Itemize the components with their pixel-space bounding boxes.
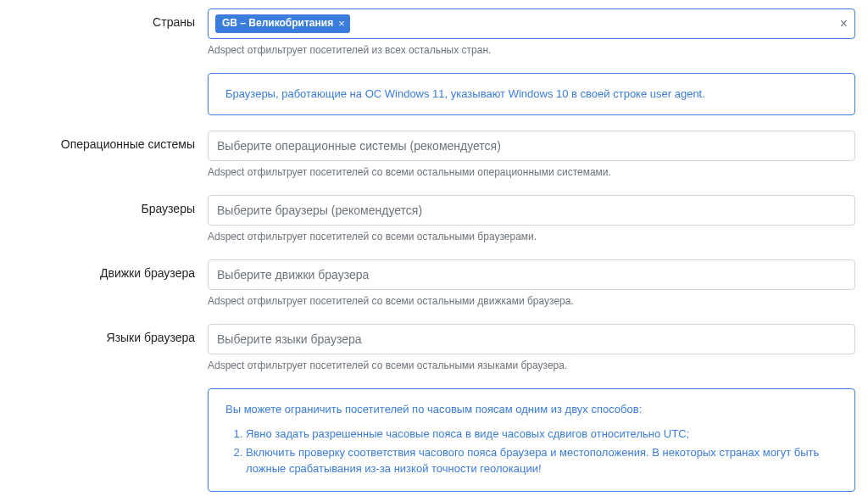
clear-icon[interactable]: ×: [840, 17, 848, 31]
engines-placeholder: Выберите движки браузера: [215, 265, 370, 285]
os-help: Adspect отфильтрует посетителей со всеми…: [208, 166, 855, 178]
languages-help: Adspect отфильтрует посетителей со всеми…: [208, 359, 855, 371]
languages-placeholder: Выберите языки браузера: [215, 329, 364, 349]
browsers-placeholder: Выберите браузеры (рекомендуется): [215, 200, 424, 220]
os-select[interactable]: Выберите операционные системы (рекоменду…: [208, 131, 855, 161]
tag-remove-icon[interactable]: ×: [338, 17, 345, 31]
engines-select[interactable]: Выберите движки браузера: [208, 259, 855, 290]
timezone-info-alert: Вы можете ограничить посетителей по часо…: [208, 388, 855, 492]
os-label: Операционные системы: [13, 131, 208, 151]
country-tag: GB – Великобритания ×: [215, 14, 350, 34]
browsers-help: Adspect отфильтрует посетителей со всеми…: [208, 231, 855, 242]
countries-help: Adspect отфильтрует посетителей из всех …: [208, 44, 855, 56]
languages-label: Языки браузера: [13, 324, 208, 344]
languages-select[interactable]: Выберите языки браузера: [208, 324, 855, 354]
engines-help: Adspect отфильтрует посетителей со всеми…: [208, 295, 855, 307]
os-placeholder: Выберите операционные системы (рекоменду…: [215, 136, 503, 156]
browsers-select[interactable]: Выберите браузеры (рекомендуется): [208, 195, 855, 226]
countries-select[interactable]: GB – Великобритания × ×: [208, 8, 855, 39]
tz-alert-item1: Явно задать разрешенные часовые пояса в …: [246, 426, 837, 443]
countries-label: Страны: [13, 8, 208, 29]
browsers-label: Браузеры: [13, 195, 208, 215]
tz-alert-intro: Вы можете ограничить посетителей по часо…: [225, 401, 837, 418]
tz-alert-item2: Включить проверку соответствия часового …: [246, 444, 837, 477]
country-tag-text: GB – Великобритания: [222, 17, 333, 31]
os-info-alert: Браузеры, работающие на ОС Windows 11, у…: [208, 73, 855, 115]
engines-label: Движки браузера: [13, 259, 208, 280]
